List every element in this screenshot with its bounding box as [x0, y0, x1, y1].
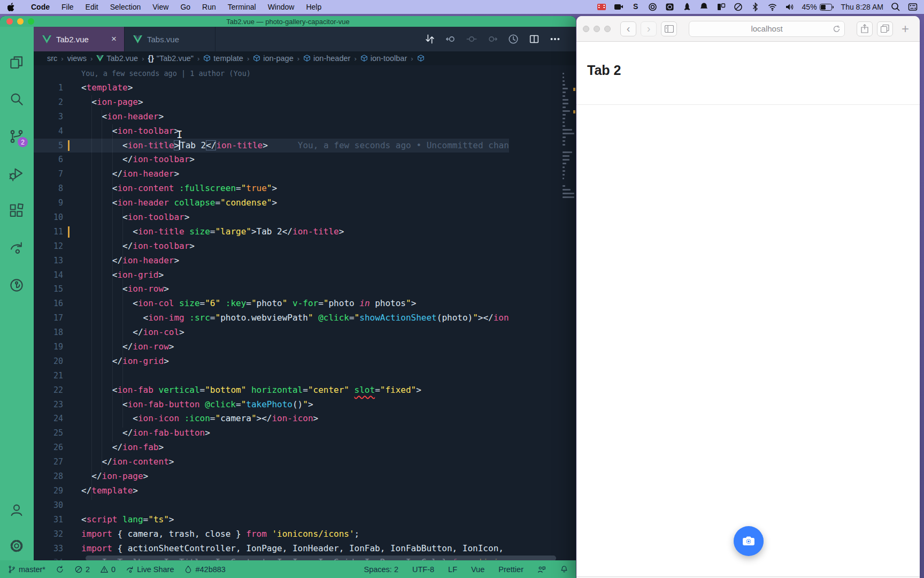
prev-change-icon[interactable]: [445, 33, 457, 45]
display-icon[interactable]: [665, 2, 675, 12]
compare-changes-icon[interactable]: [424, 33, 436, 45]
circle-icon[interactable]: [734, 2, 743, 12]
menu-item-run[interactable]: Run: [196, 3, 222, 11]
minimap[interactable]: [563, 73, 574, 200]
menu-item-code[interactable]: Code: [25, 3, 56, 11]
address-bar[interactable]: localhost: [689, 21, 845, 37]
code-line-15[interactable]: 15 <ion-row>: [34, 282, 509, 296]
breadcrumb-item-src[interactable]: src: [47, 54, 57, 63]
menu-item-window[interactable]: Window: [262, 3, 301, 11]
bell-icon[interactable]: [699, 2, 709, 12]
breadcrumb-item-ionpage[interactable]: ion-page: [253, 54, 293, 63]
code-line-26[interactable]: 26 </ion-fab>: [34, 440, 509, 455]
status-sync[interactable]: [56, 565, 64, 574]
code-line-29[interactable]: 29</template>: [34, 484, 509, 498]
zoom-window-button[interactable]: [28, 18, 34, 25]
menu-item-view[interactable]: View: [147, 3, 174, 11]
volume-icon[interactable]: [785, 2, 795, 12]
sidebar-toggle-icon[interactable]: [661, 21, 677, 36]
status-2[interactable]: 2: [74, 565, 90, 574]
menu-item-file[interactable]: File: [56, 3, 80, 11]
close-window-button[interactable]: [6, 18, 13, 25]
code-line-20[interactable]: 20 </ion-grid>: [34, 354, 509, 369]
account-icon[interactable]: [9, 502, 26, 519]
code-line-3[interactable]: 3 <ion-header>: [34, 110, 509, 124]
explorer-icon[interactable]: [9, 55, 26, 72]
film-icon[interactable]: [597, 2, 606, 12]
code-line-4[interactable]: 4 <ion-toolbar>: [34, 124, 509, 139]
code-line-24[interactable]: 24 <ion-icon :icon="camera"></ion-icon>: [34, 412, 509, 426]
status-lf[interactable]: LF: [448, 565, 457, 574]
code-line-5[interactable]: 5 <ion-title>Tab 2</ion-title>You, a few…: [34, 139, 509, 153]
menu-item-selection[interactable]: Selection: [104, 3, 147, 11]
tab-overview-icon[interactable]: [877, 21, 893, 36]
menu-item-go[interactable]: Go: [174, 3, 196, 11]
status-feedback[interactable]: [537, 565, 546, 574]
status--42b883[interactable]: #42b883: [184, 565, 225, 574]
code-line-8[interactable]: 8 <ion-content :fullscreen="true">: [34, 181, 509, 196]
extensions-icon[interactable]: [9, 203, 26, 220]
status-utf-8[interactable]: UTF-8: [412, 565, 434, 574]
vscode-title-bar[interactable]: Tab2.vue — photo-gallery-capacitor-vue: [0, 16, 576, 27]
breadcrumb-item-Tab2vue[interactable]: {}"Tab2.vue": [148, 54, 194, 63]
reload-icon[interactable]: [833, 25, 840, 33]
code-line-10[interactable]: 10 <ion-toolbar>: [34, 210, 509, 225]
status-vue[interactable]: Vue: [471, 565, 484, 574]
status-live-share[interactable]: Live Share: [126, 565, 174, 574]
code-line-23[interactable]: 23 <ion-fab-button @click="takePhoto()">: [34, 398, 509, 412]
code-line-6[interactable]: 6 </ion-toolbar>: [34, 153, 509, 167]
split-editor-icon[interactable]: [528, 33, 540, 45]
code-line-2[interactable]: 2 <ion-page>: [34, 95, 509, 110]
code-line-21[interactable]: 21: [34, 369, 509, 383]
timeline-icon[interactable]: [507, 33, 519, 45]
menu-clock[interactable]: Thu 8:28 AM: [841, 3, 883, 11]
horizontal-scrollbar[interactable]: [86, 556, 556, 560]
search-icon[interactable]: [891, 2, 900, 12]
code-line-7[interactable]: 7 </ion-header>: [34, 167, 509, 181]
code-line-14[interactable]: 14 <ion-grid>: [34, 268, 509, 283]
code-line-9[interactable]: 9 <ion-header collapse="condense">: [34, 196, 509, 210]
code-line-16[interactable]: 16 <ion-col size="6" :key="photo" v-for=…: [34, 296, 509, 311]
settings-icon[interactable]: [9, 538, 26, 555]
status-bell[interactable]: [560, 565, 568, 574]
status-master-[interactable]: master*: [7, 565, 45, 574]
code-editor[interactable]: You, a few seconds ago | 1 author (You) …: [34, 65, 576, 560]
breadcrumb-item-ionheader[interactable]: ion-header: [303, 54, 350, 63]
close-tab-icon[interactable]: ×: [111, 34, 117, 44]
forward-button[interactable]: ›: [641, 21, 657, 36]
battery-indicator[interactable]: 45%: [802, 3, 834, 11]
breadcrumb-item-iontoolbar[interactable]: ion-toolbar: [360, 54, 407, 63]
code-line-25[interactable]: 25 </ion-fab-button>: [34, 426, 509, 440]
codelens-annotation[interactable]: You, a few seconds ago | 1 author (You): [34, 65, 509, 81]
tab-tab2vue[interactable]: Tab2.vue×: [34, 27, 125, 51]
minimize-window-button[interactable]: [17, 18, 24, 25]
status-prettier[interactable]: Prettier: [498, 565, 523, 574]
code-line-13[interactable]: 13 </ion-header>: [34, 254, 509, 268]
code-line-11[interactable]: 11 <ion-title size="large">Tab 2</ion-ti…: [34, 225, 509, 239]
menu-item-help[interactable]: Help: [300, 3, 327, 11]
list-icon[interactable]: [908, 2, 918, 12]
camera-fab-button[interactable]: [734, 526, 764, 556]
minimize-window-button[interactable]: [594, 26, 600, 32]
breadcrumb-item[interactable]: [417, 55, 425, 62]
gitlens-icon[interactable]: [9, 277, 26, 294]
code-line-27[interactable]: 27 </ion-content>: [34, 455, 509, 469]
status-spaces-2[interactable]: Spaces: 2: [364, 565, 398, 574]
breadcrumb-item-template[interactable]: template: [203, 54, 243, 63]
tab-tabsvue[interactable]: Tabs.vue: [125, 27, 215, 51]
code-line-18[interactable]: 18 </ion-col>: [34, 325, 509, 340]
new-tab-button[interactable]: +: [897, 21, 913, 36]
code-line-33[interactable]: 33import { actionSheetController, IonPag…: [34, 542, 509, 556]
back-button[interactable]: ‹: [620, 21, 636, 36]
bluetooth-icon[interactable]: [751, 2, 760, 12]
close-window-button[interactable]: [583, 26, 589, 32]
apple-menu-icon[interactable]: [7, 3, 16, 12]
more-actions-icon[interactable]: [549, 33, 561, 45]
code-line-31[interactable]: 31<script lang="ts">: [34, 513, 509, 527]
search-icon[interactable]: [9, 91, 26, 108]
zoom-window-button[interactable]: [604, 26, 611, 32]
rocket-icon[interactable]: [682, 2, 692, 12]
breadcrumb-item-views[interactable]: views: [67, 54, 87, 63]
code-line-19[interactable]: 19 </ion-row>: [34, 340, 509, 354]
layout-icon[interactable]: [717, 2, 726, 12]
